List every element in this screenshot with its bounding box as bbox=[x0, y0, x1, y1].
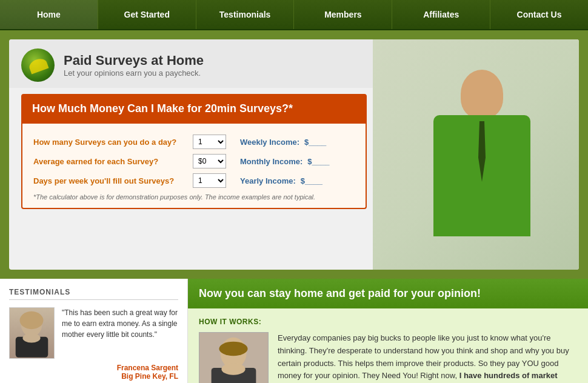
testimonial-text-1: "This has been such a great way for me t… bbox=[62, 307, 178, 359]
navigation: Home Get Started Testimonials Members Af… bbox=[0, 0, 588, 30]
testimonial-top-1: "This has been such a great way for me t… bbox=[9, 307, 178, 359]
main-content-header: Now you can stay home and get paid for y… bbox=[199, 287, 577, 300]
person-head bbox=[461, 70, 503, 118]
calculator-section: How Much Money Can I Make for 20min Surv… bbox=[21, 94, 367, 209]
calc-row-3: Days per week you'll fill out Surveys? 1… bbox=[33, 173, 355, 188]
person-image bbox=[373, 39, 579, 270]
testimonials-title: TESTIMONIALS bbox=[9, 288, 178, 300]
site-title: Paid Surveys at Home bbox=[64, 53, 204, 68]
calc-row-2: Average earned for each Survey? $0$5$10$… bbox=[33, 154, 355, 168]
monthly-income-label: Monthly Income: bbox=[240, 157, 302, 166]
testimonial-name-1: Francena Sargent Big Pine Key, FL bbox=[9, 364, 178, 381]
surveys-per-day-select[interactable]: 12345 bbox=[193, 135, 226, 149]
weekly-income-label: Weekly Income: bbox=[240, 138, 299, 147]
calc-row-1: How many Surveys can you do a day? 12345… bbox=[33, 135, 355, 149]
main-wrapper: Paid Surveys at Home Let your opinions e… bbox=[0, 30, 588, 279]
person-silhouette bbox=[403, 58, 561, 270]
calc-body: How many Surveys can you do a day? 12345… bbox=[21, 124, 367, 209]
days-per-week-select[interactable]: 1234567 bbox=[193, 173, 226, 188]
how-label: HOW IT WORKS: bbox=[199, 318, 577, 326]
calc-label-1: How many Surveys can you do a day? bbox=[33, 138, 188, 147]
calc-title: How Much Money Can I Make for 20min Surv… bbox=[32, 102, 356, 115]
testimonials-sidebar: TESTIMONIALS "This has been such a great… bbox=[0, 279, 188, 383]
how-body: Everyday companies pay big bucks to peop… bbox=[199, 332, 577, 383]
how-photo bbox=[199, 332, 269, 383]
nav-affiliates[interactable]: Affiliates bbox=[392, 0, 490, 29]
weekly-income-value: $____ bbox=[304, 138, 326, 147]
nav-get-started[interactable]: Get Started bbox=[98, 0, 196, 29]
calc-disclaimer: *The calculator above is for demonstrati… bbox=[33, 193, 355, 202]
nav-members[interactable]: Members bbox=[294, 0, 392, 29]
yearly-income-value: $____ bbox=[301, 176, 322, 185]
logo-icon bbox=[21, 48, 55, 82]
nav-contact-us[interactable]: Contact Us bbox=[490, 0, 588, 29]
yearly-income-label: Yearly Income: bbox=[240, 176, 296, 185]
monthly-income-value: $____ bbox=[307, 157, 329, 166]
how-it-works: HOW IT WORKS: Everyday companies pay big… bbox=[188, 308, 588, 383]
testimonial-block-1: "This has been such a great way for me t… bbox=[9, 307, 178, 381]
calc-label-2: Average earned for each Survey? bbox=[33, 157, 188, 166]
nav-testimonials[interactable]: Testimonials bbox=[196, 0, 295, 29]
svg-point-1 bbox=[20, 311, 44, 329]
calc-label-3: Days per week you'll fill out Surveys? bbox=[33, 176, 188, 185]
calc-header: How Much Money Can I Make for 20min Surv… bbox=[21, 94, 367, 124]
svg-point-11 bbox=[219, 342, 247, 356]
green-header: Now you can stay home and get paid for y… bbox=[188, 279, 588, 308]
nav-home[interactable]: Home bbox=[0, 0, 98, 29]
avg-earned-select[interactable]: $0$5$10$15$20 bbox=[193, 154, 226, 168]
site-title-group: Paid Surveys at Home Let your opinions e… bbox=[64, 53, 204, 78]
bottom-section: TESTIMONIALS "This has been such a great… bbox=[0, 279, 588, 383]
main-content: Now you can stay home and get paid for y… bbox=[188, 279, 588, 383]
site-tagline: Let your opinions earn you a paycheck. bbox=[64, 68, 204, 78]
svg-point-3 bbox=[22, 333, 40, 343]
how-text: Everyday companies pay big bucks to peop… bbox=[278, 332, 577, 383]
testimonial-person-svg-1 bbox=[10, 307, 54, 358]
content-box: Paid Surveys at Home Let your opinions e… bbox=[9, 39, 579, 270]
how-person-svg bbox=[199, 332, 268, 383]
svg-point-10 bbox=[221, 363, 245, 375]
testimonial-photo-1 bbox=[9, 307, 55, 359]
